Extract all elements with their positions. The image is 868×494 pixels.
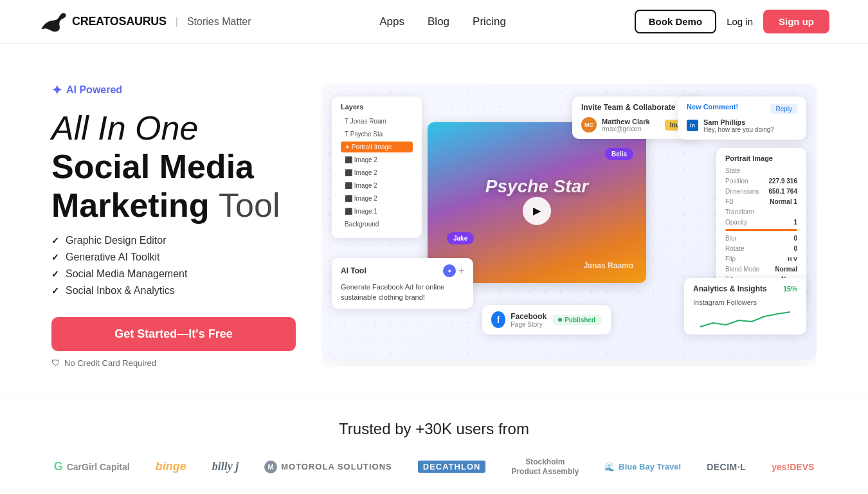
headline-line2: Social Media [51, 148, 296, 187]
navbar-brand: CREATOSAURUS | Stories Matter [39, 10, 251, 33]
ai-tool-panel: AI Tool ✦ + Generate Facebook Ad for onl… [332, 258, 473, 309]
decim-label: DECIM·L [707, 462, 746, 472]
brand-tagline: Stories Matter [187, 16, 251, 28]
canvas-tag-jake: Jake [447, 232, 474, 244]
facebook-icon: f [491, 311, 505, 328]
cargirl-icon: G [54, 460, 63, 473]
canvas-name: Janas Raamo [584, 261, 633, 270]
check-icon-1: ✓ [51, 252, 59, 262]
fb-info: Facebook Page Story [511, 312, 547, 328]
ai-tool-header: AI Tool ✦ + [341, 264, 464, 277]
shield-icon: 🛡 [51, 358, 60, 368]
nav-link-pricing[interactable]: Pricing [473, 15, 506, 28]
canvas-overlay-text: Psyche Star [485, 176, 588, 197]
check-icon-3: ✓ [51, 286, 59, 296]
fb-type: Page Story [511, 321, 547, 328]
bluebay-label: Blue Bay Travel [619, 462, 681, 471]
trusted-title: Trusted by +30K users from [39, 420, 829, 438]
logo-motorola: M MOTOROLA SOLUTIONS [264, 461, 392, 473]
trusted-section: Trusted by +30K users from G CarGirl Cap… [0, 394, 868, 494]
invite-user-email: rmax@gexxm [602, 125, 650, 133]
linkedin-icon: in [687, 120, 698, 131]
published-badge: Published [552, 315, 602, 325]
logo-binge: binge [156, 460, 186, 473]
invite-panel-title: Invite Team & Collaborate [581, 103, 692, 112]
ai-tool-icon: ✦ [443, 264, 456, 277]
play-button[interactable]: ▶ [523, 197, 551, 225]
headline-line3: Marketing Tool [51, 187, 296, 225]
sparkline-chart [693, 309, 797, 328]
layer-item-3[interactable]: ⬛ Image 2 [341, 154, 413, 165]
layer-item-8[interactable]: Background [341, 219, 413, 230]
comment-panel: New Comment! Reply in Sam Phillips Hey, … [678, 96, 806, 140]
billyj-icon: billy j [212, 460, 239, 473]
prop-blend: Blend Mode Normal [725, 266, 797, 273]
layer-item-5[interactable]: ⬛ Image 2 [341, 180, 413, 191]
prop-state: State [725, 167, 797, 174]
comment-panel-title: New Comment! [687, 103, 738, 111]
nav-link-blog[interactable]: Blog [428, 15, 449, 28]
svg-point-0 [62, 14, 64, 16]
invite-avatar: MC [581, 117, 597, 133]
headline-line1: All In One [51, 109, 296, 148]
feature-item-3: ✓ Social Inbox & Analytics [51, 285, 296, 297]
prop-position: Position 227.9 316 [725, 178, 797, 185]
logo-icon [39, 10, 67, 33]
layer-item-7[interactable]: ⬛ Image 1 [341, 206, 413, 217]
login-button[interactable]: Log in [727, 16, 753, 27]
prop-transform: Transform [725, 208, 797, 215]
layer-item-1[interactable]: T Psyche Sta [341, 129, 413, 140]
layer-item-0[interactable]: T Jonas Roam [341, 116, 413, 127]
feature-item-1: ✓ Generative AI Toolkit [51, 252, 296, 263]
bluebay-icon: 🌊 [604, 462, 615, 471]
analytics-chart [693, 309, 797, 328]
published-dot [558, 318, 562, 322]
layer-item-6[interactable]: ⬛ Image 2 [341, 193, 413, 204]
motorola-label: MOTOROLA SOLUTIONS [281, 462, 392, 471]
binge-icon: binge [156, 460, 186, 473]
stockholm-label-1: Stockholm [525, 457, 565, 466]
check-icon-2: ✓ [51, 269, 59, 279]
feature-item-2: ✓ Social Media Management [51, 268, 296, 280]
analytics-title: Analytics & Insights [693, 284, 767, 293]
signup-button[interactable]: Sign up [763, 10, 829, 33]
logo-cargirl: G CarGirl Capital [54, 460, 130, 473]
logo-stockholm: Stockholm Product Assembly [511, 457, 579, 476]
canvas-tag-belia: Belia [605, 148, 633, 160]
logo-bluebay: 🌊 Blue Bay Travel [604, 462, 681, 471]
sparkle-icon: ✦ [51, 82, 62, 98]
analytics-header: Analytics & Insights 15% [693, 284, 797, 293]
prop-rotate: Rotate 0 [725, 245, 797, 252]
hero-screenshot: Layers T Jonas Roam T Psyche Sta ✦ Portr… [321, 84, 817, 367]
facebook-panel: f Facebook Page Story Published [482, 305, 611, 334]
brand-separator: | [176, 16, 178, 28]
prop-opacity-bar [725, 229, 797, 231]
cta-button[interactable]: Get Started—It's Free [51, 317, 296, 351]
ai-badge: ✦ AI Powered [51, 82, 122, 98]
headline-tool: Tool [219, 187, 280, 224]
decathlon-icon: DECATHLON [418, 461, 486, 473]
reply-button[interactable]: Reply [770, 104, 797, 114]
prop-fb: FB Normal 1 [725, 198, 797, 205]
screenshot-container: Layers T Jonas Roam T Psyche Sta ✦ Portr… [321, 84, 817, 360]
nav-link-apps[interactable]: Apps [379, 15, 404, 28]
hero-content: ✦ AI Powered All In One Social Media Mar… [51, 82, 296, 368]
hero-headline: All In One Social Media Marketing Tool [51, 109, 296, 224]
layer-item-2[interactable]: ✦ Portrait Image [341, 142, 413, 152]
book-demo-button[interactable]: Book Demo [635, 10, 716, 33]
prop-flip: Flip H V [725, 255, 797, 262]
comment-row: in Sam Phillips Hey, how are you doing? [687, 118, 797, 133]
logo-decathlon: DECATHLON [418, 461, 486, 473]
prop-blur: Blur 0 [725, 235, 797, 242]
navbar-actions: Book Demo Log in Sign up [635, 10, 829, 33]
invite-row: MC Matthew Clark rmax@gexxm Invite [581, 117, 692, 133]
layer-item-4[interactable]: ⬛ Image 2 [341, 167, 413, 178]
logos-row: G CarGirl Capital binge billy j M MOTORO… [39, 457, 829, 494]
motorola-icon: M [264, 461, 277, 473]
ai-tool-text: Generate Facebook Ad for online sustaina… [341, 282, 464, 302]
analytics-panel: Analytics & Insights 15% Instagram Follo… [684, 278, 806, 334]
ai-tool-add-icon[interactable]: + [458, 265, 464, 277]
props-panel-title: Portrait Image [725, 154, 797, 162]
navbar-links: Apps Blog Pricing [379, 15, 506, 28]
ai-tool-title: AI Tool [341, 266, 366, 275]
